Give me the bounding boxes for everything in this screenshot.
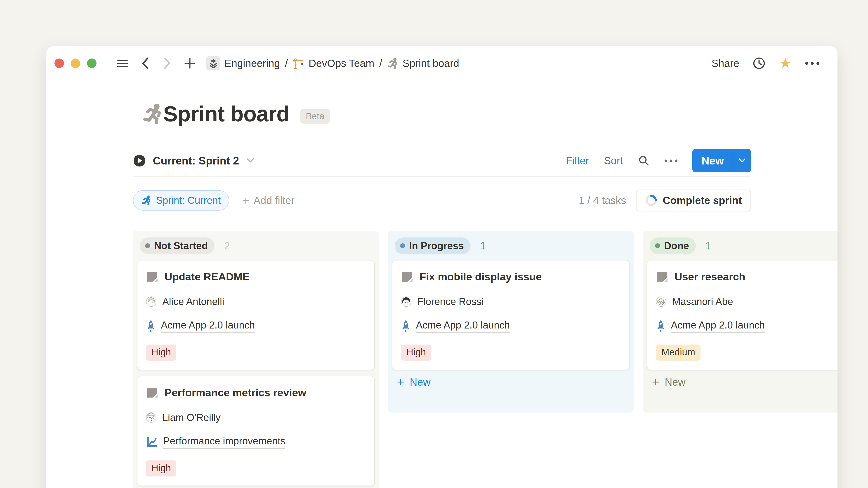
view-switcher[interactable]: Current: Sprint 2	[133, 154, 255, 167]
status-pill-done[interactable]: Done	[650, 237, 696, 254]
assignee-name: Liam O'Reilly	[162, 412, 221, 423]
more-options-icon[interactable]	[805, 62, 819, 65]
progress-ring-icon	[645, 194, 657, 206]
task-note-icon	[401, 271, 413, 283]
avatar	[146, 296, 156, 307]
column-header: Done 1	[643, 231, 837, 254]
priority-badge[interactable]: High	[146, 460, 176, 477]
project-link[interactable]: Acme App 2.0 launch	[161, 320, 255, 333]
runner-icon	[142, 195, 151, 205]
breadcrumb-separator: /	[285, 57, 288, 69]
project-link[interactable]: Acme App 2.0 launch	[671, 320, 765, 333]
assignee-row: Masanori Abe	[656, 296, 837, 307]
avatar	[656, 296, 666, 307]
add-card-button[interactable]: + New	[397, 376, 634, 388]
back-icon[interactable]	[141, 57, 149, 70]
card-title: Performance metrics review	[164, 386, 306, 399]
avatar	[146, 412, 156, 423]
share-button[interactable]: Share	[712, 57, 739, 69]
assignee-name: Florence Rossi	[417, 296, 484, 307]
project-row: Acme App 2.0 launch	[146, 320, 366, 333]
clock-icon[interactable]	[753, 57, 765, 70]
toolbar-divider	[133, 176, 751, 177]
chevron-down-icon[interactable]	[733, 158, 751, 163]
assignee-row: Florence Rossi	[401, 296, 621, 307]
sprint-filter-label: Sprint: Current	[156, 195, 221, 206]
favorite-star-icon[interactable]: ★	[779, 56, 792, 70]
add-card-button[interactable]: + New	[652, 376, 837, 388]
task-card-user-research[interactable]: User research	[647, 260, 837, 370]
kanban-board: Not Started 2 Update README	[133, 231, 837, 488]
project-link[interactable]: Performance improvements	[163, 435, 285, 449]
beta-badge: Beta	[301, 109, 330, 124]
column-header: In Progress 1	[388, 231, 634, 254]
runner-icon[interactable]	[143, 103, 163, 124]
column-count: 1	[705, 240, 711, 252]
page-title-row: Sprint board Beta	[143, 101, 751, 126]
task-note-icon	[146, 387, 158, 399]
column-count: 2	[224, 240, 230, 252]
chart-icon	[146, 436, 158, 448]
column-header: Not Started 2	[133, 231, 379, 254]
forward-icon[interactable]	[162, 57, 171, 70]
runner-icon	[387, 58, 399, 69]
sprint-filter-chip[interactable]: Sprint: Current	[133, 190, 229, 210]
status-pill-in-progress[interactable]: In Progress	[395, 237, 471, 254]
chevron-down-icon	[246, 158, 255, 164]
breadcrumb-item-devops-team[interactable]: DevOps Team	[293, 57, 374, 69]
status-label: Not Started	[154, 240, 208, 252]
play-icon	[133, 154, 146, 167]
minimize-window-button[interactable]	[71, 59, 80, 68]
project-row: Acme App 2.0 launch	[401, 320, 621, 333]
add-card-label: New	[665, 376, 686, 388]
view-options-icon[interactable]	[664, 160, 677, 162]
card-title: User research	[675, 270, 745, 283]
crane-icon	[293, 57, 305, 69]
sort-button[interactable]: Sort	[604, 155, 623, 167]
filter-button[interactable]: Filter	[566, 155, 589, 167]
sidebar-toggle-icon[interactable]	[117, 60, 128, 67]
column-not-started: Not Started 2 Update README	[133, 231, 379, 488]
task-card-performance-metrics-review[interactable]: Performance metrics review	[137, 376, 375, 486]
complete-sprint-button[interactable]: Complete sprint	[636, 190, 751, 211]
project-row: Performance improvements	[146, 435, 366, 449]
priority-badge[interactable]: High	[146, 345, 176, 361]
status-pill-not-started[interactable]: Not Started	[140, 237, 215, 254]
new-button-label: New	[692, 155, 733, 167]
card-title: Fix mobile display issue	[420, 270, 542, 283]
new-button[interactable]: New	[692, 149, 751, 172]
breadcrumb-item-engineering[interactable]: Engineering	[206, 56, 280, 70]
priority-badge[interactable]: Medium	[656, 345, 701, 361]
filter-bar: Sprint: Current + Add filter 1 / 4 tasks…	[133, 190, 751, 211]
status-label: Done	[664, 240, 689, 252]
search-icon[interactable]	[638, 155, 650, 166]
window-topbar: Engineering / DevOps Team	[46, 46, 837, 78]
assignee-name: Masanori Abe	[672, 296, 733, 307]
nav-icons	[117, 57, 195, 70]
task-card-fix-mobile-display-issue[interactable]: Fix mobile display issue	[392, 260, 630, 370]
task-note-icon	[656, 271, 668, 283]
task-card-update-readme[interactable]: Update README Alice Antonelli	[137, 260, 375, 370]
card-title: Update README	[164, 270, 250, 283]
status-label: In Progress	[409, 240, 464, 252]
column-done: Done 1 User research	[643, 231, 837, 413]
new-page-icon[interactable]	[184, 58, 195, 69]
assignee-row: Liam O'Reilly	[146, 412, 366, 423]
toolbar-actions: Filter Sort New	[566, 149, 751, 172]
view-label: Current: Sprint 2	[153, 155, 239, 167]
assignee-row: Alice Antonelli	[146, 296, 366, 307]
close-window-button[interactable]	[55, 59, 64, 68]
add-card-label: New	[410, 376, 431, 388]
priority-badge[interactable]: High	[401, 345, 431, 361]
add-filter-button[interactable]: + Add filter	[242, 194, 294, 206]
rocket-icon	[401, 320, 410, 332]
avatar	[401, 296, 411, 307]
assignee-name: Alice Antonelli	[162, 296, 224, 307]
add-filter-label: Add filter	[254, 194, 295, 206]
project-link[interactable]: Acme App 2.0 launch	[416, 320, 510, 333]
column-in-progress: In Progress 1 Fix mobile display issue	[388, 231, 634, 413]
zoom-window-button[interactable]	[87, 59, 96, 68]
breadcrumb-item-sprint-board[interactable]: Sprint board	[387, 57, 459, 69]
view-toolbar: Current: Sprint 2 Filter Sort New	[133, 149, 751, 172]
status-dot	[400, 243, 405, 248]
